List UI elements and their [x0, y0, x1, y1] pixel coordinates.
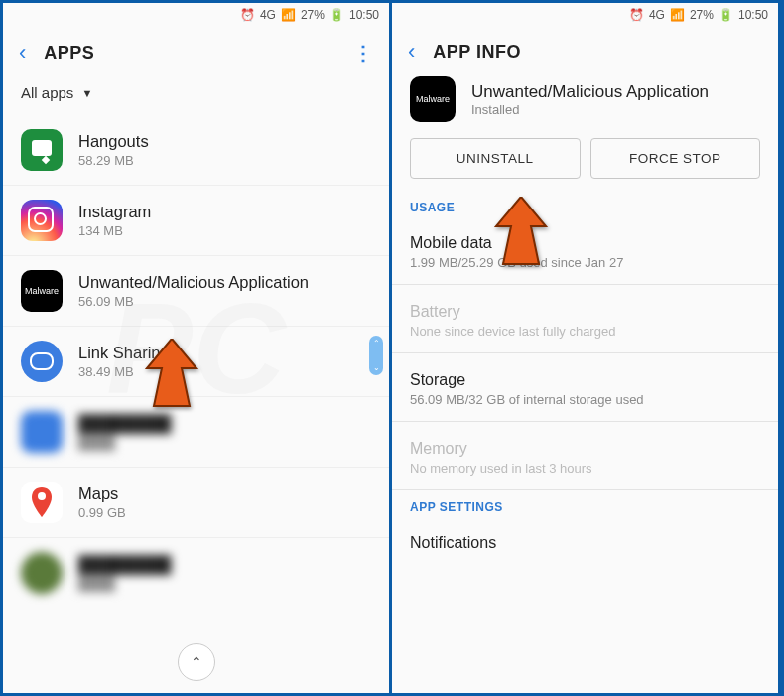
row-subtitle: None since device last fully charged	[410, 324, 760, 339]
app-row-blurred-2[interactable]: ████████ ████	[3, 538, 389, 608]
memory-row[interactable]: Memory No memory used in last 3 hours	[392, 428, 778, 490]
appinfo-header: ‹ APP INFO	[392, 27, 778, 72]
malware-icon: Malware	[410, 76, 456, 122]
back-icon[interactable]: ‹	[19, 42, 26, 64]
row-title: Battery	[410, 303, 760, 321]
app-row-blurred-1[interactable]: ████████ ████	[3, 397, 389, 468]
app-name: Unwanted/Malicious Application	[78, 273, 371, 292]
app-row-linksharing[interactable]: Link Sharing 38.49 MB	[3, 327, 389, 397]
svg-point-0	[38, 492, 46, 500]
usage-section-label: USAGE	[392, 197, 778, 222]
app-name: Hangouts	[78, 132, 371, 151]
signal-icon: 📶	[281, 8, 296, 22]
page-title: APP INFO	[433, 42, 762, 63]
signal-icon: 📶	[670, 8, 685, 22]
action-buttons: UNINSTALL FORCE STOP	[392, 138, 778, 197]
maps-icon	[21, 482, 63, 523]
more-icon[interactable]: ⋮	[353, 41, 373, 65]
app-size: 0.99 GB	[78, 505, 371, 520]
alarm-icon: ⏰	[240, 8, 255, 22]
app-size: 134 MB	[78, 223, 371, 238]
row-subtitle: No memory used in last 3 hours	[410, 461, 760, 476]
uninstall-button[interactable]: UNINSTALL	[410, 138, 581, 179]
app-row-malicious[interactable]: Malware Unwanted/Malicious Application 5…	[3, 256, 389, 327]
link-sharing-icon	[21, 341, 63, 382]
row-title: Memory	[410, 440, 760, 458]
app-name: ████████	[78, 414, 371, 433]
chevron-up-icon: ⌃	[191, 654, 202, 670]
app-name: Unwanted/Malicious Application	[471, 82, 709, 102]
row-title: Mobile data	[410, 234, 760, 252]
battery-percent: 27%	[690, 8, 714, 22]
filter-dropdown[interactable]: All apps ▼	[3, 74, 389, 115]
force-stop-button[interactable]: FORCE STOP	[590, 138, 761, 179]
scroll-to-top-button[interactable]: ⌃	[178, 643, 215, 681]
chevron-down-icon: ▼	[81, 87, 92, 99]
hangouts-icon	[21, 129, 63, 171]
app-name: Maps	[78, 485, 371, 503]
app-size: ████	[78, 576, 371, 591]
status-bar: ⏰ 4G 📶 27% 🔋 10:50	[392, 3, 778, 27]
app-list: Hangouts 58.29 MB Instagram 134 MB Malwa…	[3, 115, 389, 608]
instagram-icon	[21, 200, 63, 241]
page-title: APPS	[44, 43, 335, 64]
clock-time: 10:50	[349, 8, 379, 22]
blurred-app-icon	[21, 411, 63, 453]
row-title: Storage	[410, 371, 760, 389]
blurred-app-icon	[21, 552, 63, 594]
app-row-hangouts[interactable]: Hangouts 58.29 MB	[3, 115, 389, 186]
app-name: Instagram	[78, 203, 371, 221]
chevron-up-icon: ⌃	[373, 339, 380, 348]
appinfo-summary: Malware Unwanted/Malicious Application I…	[392, 72, 778, 138]
app-name: ████████	[78, 555, 371, 574]
clock-time: 10:50	[738, 8, 768, 22]
chevron-down-icon: ⌄	[373, 363, 380, 372]
scroll-indicator[interactable]: ⌃ ⌄	[369, 336, 383, 375]
filter-label: All apps	[21, 84, 73, 101]
storage-row[interactable]: Storage 56.09 MB/32 GB of internal stora…	[392, 359, 778, 422]
status-bar: ⏰ 4G 📶 27% 🔋 10:50	[3, 3, 389, 27]
app-size: 58.29 MB	[78, 153, 371, 168]
mobile-data-row[interactable]: Mobile data 1.99 MB/25.29 GB used since …	[392, 222, 778, 285]
app-size: 56.09 MB	[78, 294, 371, 309]
row-subtitle: 1.99 MB/25.29 GB used since Jan 27	[410, 255, 760, 270]
app-name: Link Sharing	[78, 344, 371, 362]
battery-icon: 🔋	[329, 8, 344, 22]
app-size: ████	[78, 435, 371, 450]
battery-percent: 27%	[301, 8, 325, 22]
notifications-row[interactable]: Notifications	[392, 522, 778, 552]
apps-list-screen: PC ⏰ 4G 📶 27% 🔋 10:50 ‹ APPS ⋮ All apps …	[3, 3, 392, 693]
battery-row[interactable]: Battery None since device last fully cha…	[392, 291, 778, 353]
back-icon[interactable]: ‹	[408, 41, 415, 63]
app-row-maps[interactable]: Maps 0.99 GB	[3, 468, 389, 538]
network-icon: 4G	[260, 8, 276, 22]
battery-icon: 🔋	[719, 8, 733, 22]
app-row-instagram[interactable]: Instagram 134 MB	[3, 186, 389, 256]
network-icon: 4G	[649, 8, 665, 22]
apps-header: ‹ APPS ⋮	[3, 27, 389, 74]
install-status: Installed	[471, 102, 709, 117]
app-info-screen: ⏰ 4G 📶 27% 🔋 10:50 ‹ APP INFO Malware Un…	[392, 3, 781, 693]
app-size: 38.49 MB	[78, 364, 371, 379]
app-settings-section-label: APP SETTINGS	[392, 496, 778, 522]
row-title: Notifications	[410, 534, 760, 552]
malware-icon: Malware	[21, 270, 63, 312]
row-subtitle: 56.09 MB/32 GB of internal storage used	[410, 392, 760, 407]
alarm-icon: ⏰	[629, 8, 644, 22]
